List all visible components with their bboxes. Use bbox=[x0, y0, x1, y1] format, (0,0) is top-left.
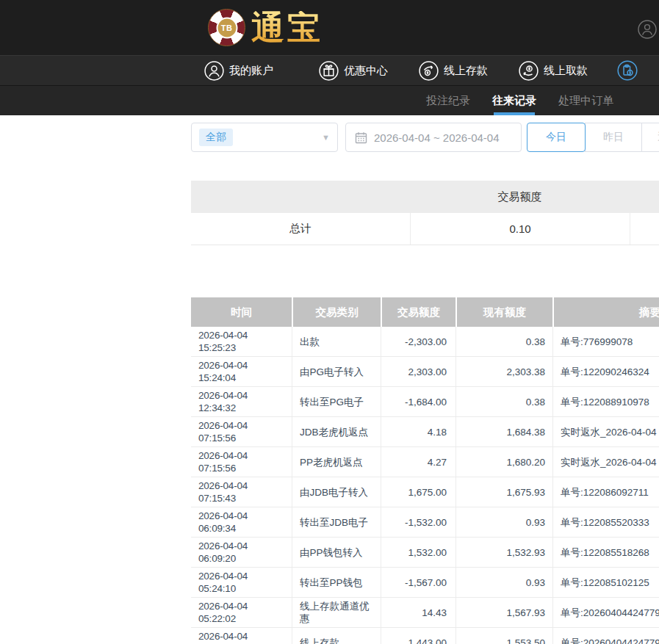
content-area: 全部 ▼ 2026-04-04 ~ 2026-04-04 今日 昨日 近7日 bbox=[191, 115, 659, 644]
cell-summary: 单号:122085102125 bbox=[552, 568, 659, 597]
top-header: TB 通宝 bbox=[0, 0, 659, 55]
tab-label: 往来记录 bbox=[492, 94, 536, 106]
cell-type: 由PG电子转入 bbox=[292, 357, 381, 386]
cell-summary: 单号:202604044247797 bbox=[552, 598, 659, 627]
cell-summary: 单号:122088910978 bbox=[552, 387, 659, 416]
cell-summary: 实时返水_2026-04-04 bbox=[552, 447, 659, 477]
header-summary: 摘要 bbox=[552, 297, 659, 327]
tab-label: 投注纪录 bbox=[426, 94, 470, 106]
cell-summary: 单号:122085518268 bbox=[552, 538, 659, 567]
table-row: 2026-04-04 05:22:02 线上存款通道优惠 14.43 1,567… bbox=[191, 598, 659, 628]
cell-type: JDB老虎机返点 bbox=[292, 417, 381, 446]
main-navigation: 我的账户 优惠中心 线上存款 bbox=[0, 55, 659, 86]
cell-time: 2026-04-04 15:25:23 bbox=[191, 327, 292, 356]
cell-balance: 0.93 bbox=[455, 507, 552, 537]
table-row: 2026-04-04 05:24:10 转出至PP钱包 -1,567.00 0.… bbox=[191, 568, 659, 598]
tab-pending-orders[interactable]: 处理中订单 bbox=[558, 86, 613, 115]
cell-balance: 1,532.93 bbox=[455, 538, 552, 567]
cell-balance: 0.38 bbox=[455, 327, 552, 356]
cell-time: 2026-04-04 12:34:32 bbox=[191, 387, 292, 416]
nav-item-label: 线上存款 bbox=[444, 64, 488, 78]
selected-type-chip[interactable]: 全部 bbox=[199, 129, 233, 146]
table-row: 2026-04-04 15:25:23 出款 -2,303.00 0.38 单号… bbox=[191, 327, 659, 357]
quick-date-buttons: 今日 昨日 近7日 bbox=[527, 123, 659, 152]
table-row: 2026-04-04 12:34:32 转出至PG电子 -1,684.00 0.… bbox=[191, 387, 659, 417]
nav-item-online-deposit[interactable]: 线上存款 bbox=[419, 61, 488, 81]
table-row: 2026-04-04 07:15:43 由JDB电子转入 1,675.00 1,… bbox=[191, 477, 659, 507]
cell-balance: 0.93 bbox=[455, 568, 552, 597]
chevron-down-icon: ▼ bbox=[322, 133, 330, 142]
last7days-button[interactable]: 近7日 bbox=[641, 123, 659, 152]
cell-summary: 单号:202604044247797 bbox=[552, 628, 659, 644]
cell-type: 线上存款 bbox=[292, 628, 381, 644]
cell-amount: 1,443.00 bbox=[381, 628, 455, 644]
table-row: 2026-04-04 07:15:56 PP老虎机返点 4.27 1,680.2… bbox=[191, 447, 659, 477]
cell-type: 由PP钱包转入 bbox=[292, 538, 381, 567]
cell-summary: 单号:776999078 bbox=[552, 327, 659, 356]
cell-summary: 单号:122086092711 bbox=[552, 477, 659, 507]
tab-betting-records[interactable]: 投注纪录 bbox=[426, 86, 470, 115]
cell-time: 2026-04-04 05:22:02 bbox=[191, 598, 292, 627]
summary-total-label: 总计 bbox=[191, 213, 410, 245]
nav-item-label: 我的账户 bbox=[229, 64, 273, 78]
nav-item-promotions[interactable]: 优惠中心 bbox=[319, 61, 388, 81]
cell-balance: 1,567.93 bbox=[455, 598, 552, 627]
table-body: 2026-04-04 15:25:23 出款 -2,303.00 0.38 单号… bbox=[191, 327, 659, 644]
cell-balance: 2,303.38 bbox=[455, 357, 552, 386]
nav-item-label: 优惠中心 bbox=[344, 64, 388, 78]
brand-logo[interactable]: TB 通宝 bbox=[208, 9, 323, 46]
summary-total-extra bbox=[630, 213, 659, 245]
table-row: 2026-04-04 05:22:02 线上存款 1,443.00 1,553.… bbox=[191, 628, 659, 644]
nav-item-my-account[interactable]: 我的账户 bbox=[204, 61, 273, 81]
date-range-value: 2026-04-04 ~ 2026-04-04 bbox=[374, 131, 500, 144]
cell-amount: 1,675.00 bbox=[381, 477, 455, 507]
cell-amount: 2,303.00 bbox=[381, 357, 455, 386]
hand-coin-deposit-icon bbox=[419, 61, 439, 81]
header-type: 交易类别 bbox=[292, 297, 381, 327]
cell-time: 2026-04-04 07:15:56 bbox=[191, 417, 292, 446]
cell-amount: 4.27 bbox=[381, 447, 455, 477]
gift-icon bbox=[319, 61, 339, 81]
records-subnav: 投注纪录 往来记录 处理中订单 bbox=[0, 86, 659, 115]
cell-summary: 单号:122090246324 bbox=[552, 357, 659, 386]
table-row: 2026-04-04 06:09:34 转出至JDB电子 -1,532.00 0… bbox=[191, 507, 659, 538]
yesterday-button[interactable]: 昨日 bbox=[585, 123, 642, 152]
hand-coin-withdraw-icon bbox=[519, 61, 539, 81]
person-icon bbox=[204, 61, 224, 81]
summary-total-row: 总计 0.10 bbox=[191, 213, 659, 245]
today-button[interactable]: 今日 bbox=[527, 123, 586, 152]
cell-balance: 1,553.50 bbox=[455, 628, 552, 644]
cell-amount: -1,567.00 bbox=[381, 568, 455, 597]
header-time: 时间 bbox=[191, 297, 292, 327]
cell-amount: -1,532.00 bbox=[381, 507, 455, 537]
nav-item-online-withdrawal[interactable]: 线上取款 bbox=[519, 61, 588, 81]
poker-chip-logo-icon: TB bbox=[208, 9, 245, 46]
summary-total-amount: 0.10 bbox=[410, 213, 630, 245]
summary-header-amount: 交易额度 bbox=[410, 181, 630, 213]
cell-balance: 1,684.38 bbox=[455, 417, 552, 446]
cell-balance: 1,675.93 bbox=[455, 477, 552, 507]
cell-time: 2026-04-04 06:09:20 bbox=[191, 538, 292, 567]
cell-time: 2026-04-04 07:15:56 bbox=[191, 447, 292, 477]
cell-type: 出款 bbox=[292, 327, 381, 356]
cell-type: 转出至JDB电子 bbox=[292, 507, 381, 537]
transactions-table: 时间 交易类别 交易额度 现有额度 摘要 2026-04-04 15:25:23… bbox=[191, 297, 659, 644]
cell-type: 转出至PG电子 bbox=[292, 387, 381, 416]
cell-summary: 单号:122085520333 bbox=[552, 507, 659, 537]
tab-strip: 投注纪录 往来记录 处理中订单 bbox=[426, 86, 613, 115]
cell-time: 2026-04-04 06:09:34 bbox=[191, 507, 292, 537]
cell-summary: 实时返水_2026-04-04 bbox=[552, 417, 659, 446]
cell-type: 线上存款通道优惠 bbox=[292, 598, 381, 627]
date-range-input[interactable]: 2026-04-04 ~ 2026-04-04 bbox=[345, 123, 522, 152]
summary-header-row: 交易额度 bbox=[191, 181, 659, 213]
transaction-type-select[interactable]: 全部 ▼ bbox=[191, 123, 338, 152]
brand-name: 通宝 bbox=[251, 11, 323, 44]
filter-row: 全部 ▼ 2026-04-04 ~ 2026-04-04 今日 昨日 近7日 bbox=[191, 123, 659, 152]
summary-table: 交易额度 总计 0.10 bbox=[191, 181, 659, 245]
tab-transfer-records[interactable]: 往来记录 bbox=[492, 86, 536, 115]
table-row: 2026-04-04 07:15:56 JDB老虎机返点 4.18 1,684.… bbox=[191, 417, 659, 447]
user-account-icon[interactable] bbox=[638, 20, 657, 39]
nav-item-transaction-records[interactable] bbox=[617, 60, 638, 81]
header-amount: 交易额度 bbox=[381, 297, 455, 327]
nav-item-label: 线上取款 bbox=[544, 64, 588, 78]
